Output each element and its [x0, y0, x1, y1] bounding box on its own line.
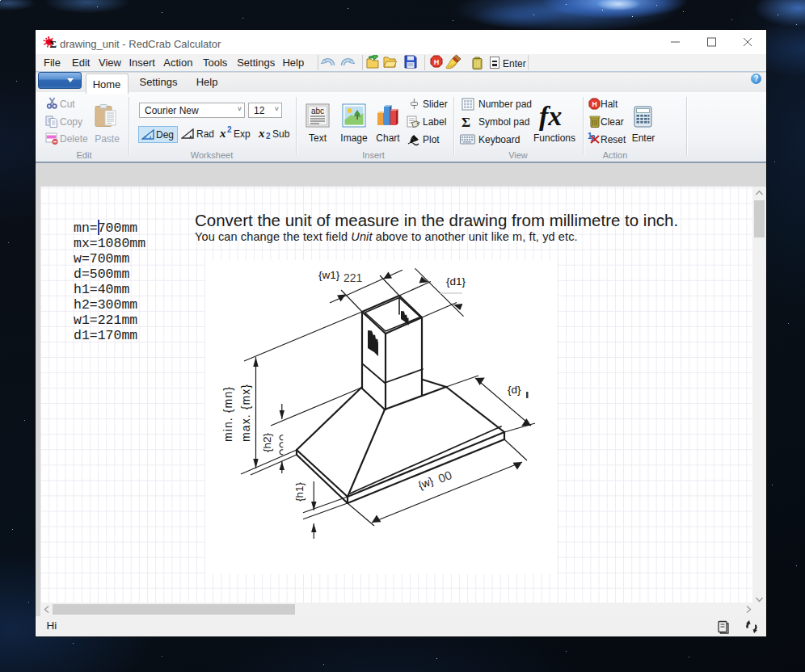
svg-text:α: α	[144, 133, 147, 140]
svg-text:{h1}: {h1}	[293, 481, 306, 502]
svg-text:Σ: Σ	[49, 38, 57, 49]
svg-text:abc: abc	[311, 107, 324, 116]
svg-text:00: 00	[436, 468, 454, 485]
svg-text:221: 221	[343, 271, 363, 284]
svg-text:max. {mx}: max. {mx}	[239, 384, 252, 442]
svg-text:{w1}: {w1}	[318, 269, 340, 281]
svg-text:min. {mn}: min. {mn}	[221, 386, 234, 442]
svg-text:{d}: {d}	[508, 384, 521, 396]
svg-text:H: H	[434, 58, 440, 66]
svg-text:{d1}: {d1}	[446, 275, 466, 288]
svg-text:{h2}: {h2}	[261, 432, 273, 452]
svg-text:H: H	[592, 100, 596, 108]
